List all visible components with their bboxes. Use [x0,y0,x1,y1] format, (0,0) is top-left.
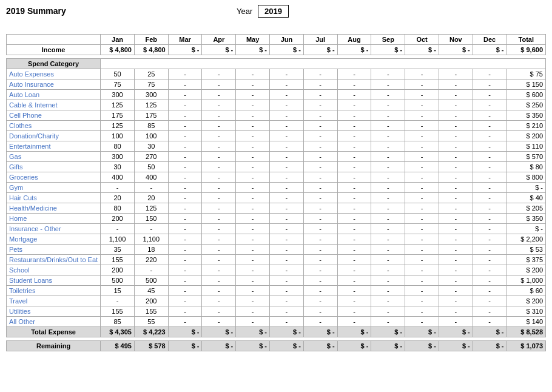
category-value: - [202,131,236,141]
category-row: Entertainment8030----------$ 110 [7,141,546,152]
category-value: - [303,69,337,79]
category-value: - [439,255,473,265]
category-value: 175 [101,110,135,121]
category-value: - [473,79,507,90]
category-value: - [168,224,202,234]
category-value: - [371,234,405,245]
category-value: - [101,224,135,234]
category-value: - [405,234,439,245]
all-other-value: - [270,317,304,327]
category-value: - [371,183,405,193]
category-total: $ 2,200 [507,234,546,245]
category-row: Gym------------$ - [7,183,546,193]
category-value: - [168,172,202,183]
category-value: - [202,193,236,203]
category-value: 100 [101,131,135,141]
category-label: Gas [7,152,101,162]
category-label: Utilities [7,306,101,317]
category-value: 300 [134,90,168,100]
category-total: $ 150 [507,79,546,90]
category-value: - [371,224,405,234]
category-value: - [168,265,202,275]
category-value: - [303,286,337,296]
category-value: - [473,90,507,100]
category-value: - [168,90,202,100]
category-value: 85 [134,121,168,131]
category-value: 125 [101,100,135,110]
page-title: 2019 Summary [6,6,66,16]
category-value: - [236,255,270,265]
income-total: $ 9,600 [507,45,546,55]
category-value: - [439,183,473,193]
category-value: - [371,265,405,275]
category-value: - [337,69,371,79]
all-other-value: 55 [134,317,168,327]
category-value: - [168,275,202,286]
category-value: - [337,121,371,131]
category-value: - [473,193,507,203]
category-value: - [473,172,507,183]
category-value: - [405,245,439,255]
category-value: - [270,255,304,265]
category-value: - [337,224,371,234]
category-value: - [303,275,337,286]
category-value: - [473,296,507,306]
category-value: 45 [134,286,168,296]
month-dec: Dec [473,35,507,45]
category-value: - [337,100,371,110]
category-value: - [236,234,270,245]
year-box[interactable]: 2019 [258,5,289,18]
all-other-value: - [202,317,236,327]
category-value: - [439,245,473,255]
category-value: - [473,306,507,317]
category-value: - [303,265,337,275]
category-value: - [473,100,507,110]
category-label: Travel [7,296,101,306]
category-value: - [405,131,439,141]
category-value: - [405,69,439,79]
category-row: Auto Loan300300----------$ 600 [7,90,546,100]
remaining-value: $ - [473,341,507,351]
category-value: - [337,162,371,172]
category-value: - [270,265,304,275]
category-value: - [439,172,473,183]
category-value: - [405,90,439,100]
category-value: - [439,69,473,79]
category-value: - [236,172,270,183]
category-value: - [303,162,337,172]
category-value: - [371,69,405,79]
category-row: Health/Medicine80125----------$ 205 [7,203,546,214]
category-value: - [202,162,236,172]
category-total: $ 375 [507,255,546,265]
category-row: Home200150----------$ 350 [7,214,546,224]
category-value: - [168,131,202,141]
total-expense-row: Total Expense$ 4,305$ 4,223$ -$ -$ -$ -$… [7,327,546,337]
category-value: - [270,110,304,121]
month-mar: Mar [168,35,202,45]
remaining-row: Remaining$ 495$ 578$ -$ -$ -$ -$ -$ -$ -… [7,341,546,351]
category-value: - [202,214,236,224]
category-value: - [236,193,270,203]
category-value: 400 [101,172,135,183]
category-row: Mortgage1,1001,100----------$ 2,200 [7,234,546,245]
remaining-value: $ 495 [101,341,135,351]
category-value: 75 [101,79,135,90]
category-value: 125 [101,121,135,131]
category-row: Groceries400400----------$ 800 [7,172,546,183]
category-value: - [405,152,439,162]
category-value: - [439,275,473,286]
category-total: $ - [507,183,546,193]
category-row: Auto Expenses5025----------$ 75 [7,69,546,79]
category-value: - [202,183,236,193]
category-value: - [473,141,507,152]
category-row: Hair Cuts2020----------$ 40 [7,193,546,203]
category-value: - [270,296,304,306]
all-other-value: - [371,317,405,327]
category-value: - [473,255,507,265]
category-total: $ 75 [507,69,546,79]
category-value: - [371,141,405,152]
category-value: - [202,286,236,296]
category-value: - [371,90,405,100]
category-value: 400 [134,172,168,183]
month-jul: Jul [303,35,337,45]
